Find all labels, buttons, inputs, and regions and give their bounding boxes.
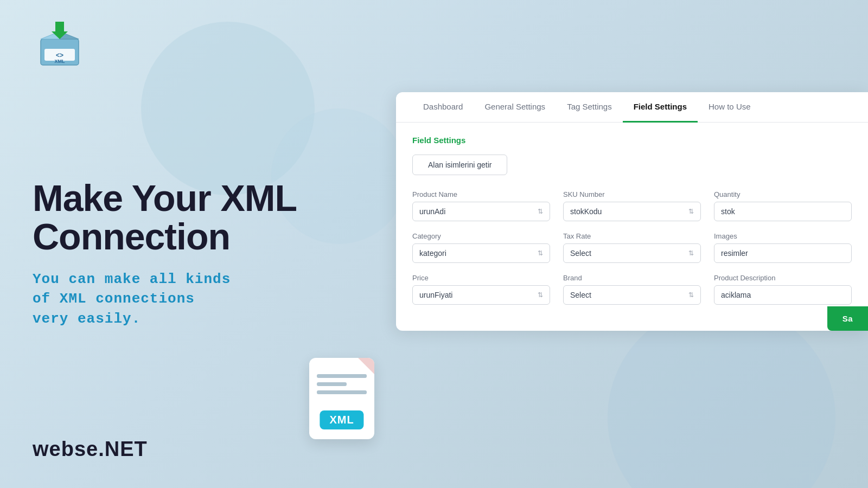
chevron-down-icon: ⇅ — [688, 291, 694, 299]
field-group-category: Category kategori ⇅ — [412, 232, 550, 263]
brand-area: webse.NET — [33, 438, 148, 461]
left-panel: <> XML Make Your XML Connection You can … — [33, 16, 336, 329]
select-tax-rate-value: Select — [570, 249, 591, 258]
label-sku-number: SKU Number — [563, 190, 701, 198]
select-price-value: urunFiyati — [419, 291, 452, 299]
label-product-description: Product Description — [714, 274, 852, 282]
brand-text: webse.NET — [33, 438, 148, 460]
svg-text:<>: <> — [56, 52, 63, 59]
label-quantity: Quantity — [714, 190, 852, 198]
field-group-brand: Brand Select ⇅ — [563, 274, 701, 305]
select-product-name[interactable]: urunAdi ⇅ — [412, 202, 550, 221]
chevron-down-icon: ⇅ — [538, 208, 543, 215]
file-lines — [317, 374, 367, 399]
file-line-1 — [317, 374, 367, 378]
input-quantity-value: stok — [721, 207, 735, 216]
label-product-name: Product Name — [412, 190, 550, 198]
chevron-down-icon: ⇅ — [538, 249, 543, 257]
file-line-2 — [317, 382, 347, 386]
select-price[interactable]: urunFiyati ⇅ — [412, 285, 550, 305]
section-title: Field Settings — [412, 136, 852, 145]
fields-grid: Product Name urunAdi ⇅ SKU Number stokKo… — [412, 190, 852, 305]
tab-dashboard[interactable]: Dashboard — [412, 92, 474, 123]
svg-text:XML: XML — [55, 59, 66, 64]
main-card: Dashboard General Settings Tag Settings … — [396, 92, 868, 331]
input-product-description[interactable]: aciklama — [714, 285, 852, 305]
xml-badge: XML — [320, 410, 363, 429]
tab-how-to-use[interactable]: How to Use — [698, 92, 762, 123]
field-group-sku-number: SKU Number stokKodu ⇅ — [563, 190, 701, 221]
select-category[interactable]: kategori ⇅ — [412, 243, 550, 263]
tab-general-settings[interactable]: General Settings — [474, 92, 556, 123]
card-content: Field Settings Alan isimlerini getir Pro… — [396, 123, 868, 321]
label-tax-rate: Tax Rate — [563, 232, 701, 240]
label-category: Category — [412, 232, 550, 240]
xml-file-icon: XML — [309, 358, 380, 445]
chevron-down-icon: ⇅ — [688, 249, 694, 257]
input-images-value: resimler — [721, 249, 748, 258]
file-corner — [358, 358, 374, 374]
chevron-down-icon: ⇅ — [688, 208, 694, 215]
hero-subtitle: You can make all kindsof XML connections… — [33, 269, 336, 329]
nav-tabs: Dashboard General Settings Tag Settings … — [396, 92, 868, 123]
tab-tag-settings[interactable]: Tag Settings — [556, 92, 623, 123]
select-brand[interactable]: Select ⇅ — [563, 285, 701, 305]
select-product-name-value: urunAdi — [419, 207, 445, 216]
select-brand-value: Select — [570, 291, 591, 299]
input-images[interactable]: resimler — [714, 243, 852, 263]
field-group-price: Price urunFiyati ⇅ — [412, 274, 550, 305]
app-logo: <> XML — [33, 16, 87, 70]
hero-title: Make Your XML Connection — [33, 179, 336, 256]
select-sku-number-value: stokKodu — [570, 207, 602, 216]
chevron-down-icon: ⇅ — [538, 291, 543, 299]
select-sku-number[interactable]: stokKodu ⇅ — [563, 202, 701, 221]
input-product-description-value: aciklama — [721, 291, 751, 299]
field-group-product-description: Product Description aciklama — [714, 274, 852, 305]
fetch-fields-button[interactable]: Alan isimlerini getir — [412, 155, 507, 175]
bg-circle-2 — [608, 304, 835, 488]
select-tax-rate[interactable]: Select ⇅ — [563, 243, 701, 263]
label-price: Price — [412, 274, 550, 282]
field-group-product-name: Product Name urunAdi ⇅ — [412, 190, 550, 221]
tab-field-settings[interactable]: Field Settings — [623, 92, 698, 123]
field-group-quantity: Quantity stok — [714, 190, 852, 221]
input-quantity[interactable]: stok — [714, 202, 852, 221]
select-category-value: kategori — [419, 249, 446, 258]
logo-area: <> XML — [33, 16, 336, 70]
save-button[interactable]: Sa — [827, 306, 868, 331]
field-group-images: Images resimler — [714, 232, 852, 263]
file-line-3 — [317, 390, 367, 394]
label-brand: Brand — [563, 274, 701, 282]
label-images: Images — [714, 232, 852, 240]
field-group-tax-rate: Tax Rate Select ⇅ — [563, 232, 701, 263]
